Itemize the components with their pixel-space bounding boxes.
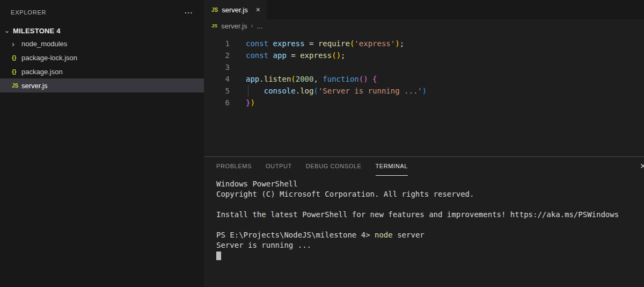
panel-tab-output[interactable]: OUTPUT xyxy=(266,157,292,176)
tree-item-label: package-lock.json xyxy=(21,54,77,62)
code-line-content: app.listen(2000, function() { xyxy=(230,73,377,85)
terminal-line: Windows PowerShell xyxy=(216,179,644,189)
code-line: 6}) xyxy=(204,97,644,109)
editor-tabbar: JS server.js × xyxy=(204,0,644,19)
panel-tab-debug-console[interactable]: DEBUG CONSOLE xyxy=(306,157,362,176)
panel-tab-problems[interactable]: PROBLEMS xyxy=(216,157,252,176)
explorer-title: EXPLORER xyxy=(11,9,46,16)
code-line-content: const express = require('express'); xyxy=(230,38,404,49)
code-line: 1const express = require('express'); xyxy=(204,38,644,49)
json-icon: {} xyxy=(12,68,21,75)
section-label: MILESTONE 4 xyxy=(13,27,61,35)
terminal-line: Install the latest PowerShell for new fe… xyxy=(216,210,644,220)
close-icon[interactable]: × xyxy=(256,5,260,14)
code-line: 4app.listen(2000, function() { xyxy=(204,73,644,85)
terminal-line xyxy=(216,220,644,230)
more-actions-icon[interactable]: ⋯ xyxy=(184,8,193,18)
js-icon: JS xyxy=(211,23,217,28)
chevron-right-icon: › xyxy=(12,39,21,48)
terminal-cursor xyxy=(216,252,221,260)
editor-area: JS server.js × JS server.js › ... 1const… xyxy=(204,0,644,287)
line-number: 3 xyxy=(204,61,230,73)
editor-tab-serverjs[interactable]: JS server.js × xyxy=(204,0,267,19)
vscode-window: EXPLORER ⋯ ⌄ MILESTONE 4 ›node_modules{}… xyxy=(0,0,644,287)
panel-tab-terminal[interactable]: TERMINAL xyxy=(376,157,408,176)
panel-close-icon[interactable]: ✕ xyxy=(640,162,644,170)
panel-tabbar: PROBLEMSOUTPUTDEBUG CONSOLETERMINAL xyxy=(204,157,644,176)
code-line-content: const app = express(); xyxy=(230,49,346,61)
tree-item-label: node_modules xyxy=(21,40,67,48)
tree-item-label: server.js xyxy=(21,82,47,90)
chevron-down-icon: ⌄ xyxy=(3,27,11,34)
terminal-line xyxy=(216,199,644,210)
code-line: 3 xyxy=(204,61,644,73)
code-line-content: }) xyxy=(230,97,255,109)
line-number: 6 xyxy=(204,97,230,109)
tree-item-node_modules[interactable]: ›node_modules xyxy=(0,37,204,51)
terminal-line: Server is running ... xyxy=(216,240,644,250)
tree-item-package.json[interactable]: {}package.json xyxy=(0,64,204,78)
code-editor[interactable]: 1const express = require('express');2con… xyxy=(204,32,644,156)
section-header-milestone4[interactable]: ⌄ MILESTONE 4 xyxy=(0,25,204,37)
breadcrumb: JS server.js › ... xyxy=(204,19,644,32)
explorer-sidebar: EXPLORER ⋯ ⌄ MILESTONE 4 ›node_modules{}… xyxy=(0,0,204,287)
sidebar-header: EXPLORER ⋯ xyxy=(0,0,204,25)
js-icon: JS xyxy=(12,83,21,89)
line-number: 1 xyxy=(204,38,230,49)
terminal[interactable]: Windows PowerShellCopyright (C) Microsof… xyxy=(204,176,644,287)
indent-guide xyxy=(248,85,248,97)
tab-label: server.js xyxy=(222,6,247,14)
breadcrumb-symbol[interactable]: ... xyxy=(257,22,262,30)
js-icon: JS xyxy=(211,7,218,13)
code-line: 2const app = express(); xyxy=(204,49,644,61)
terminal-line: Copyright (C) Microsoft Corporation. All… xyxy=(216,189,644,199)
tree-item-server.js[interactable]: JSserver.js xyxy=(0,78,204,92)
breadcrumb-file[interactable]: server.js xyxy=(221,22,247,30)
line-number: 5 xyxy=(204,85,230,97)
file-tree: ›node_modules{}package-lock.json{}packag… xyxy=(0,37,204,92)
code-line: 5 console.log('Server is running ...') xyxy=(204,85,644,97)
code-line-content xyxy=(230,61,246,73)
code-line-content: console.log('Server is running ...') xyxy=(230,85,427,97)
line-number: 2 xyxy=(204,49,230,61)
bottom-panel: PROBLEMSOUTPUTDEBUG CONSOLETERMINAL ✕ Wi… xyxy=(204,156,644,287)
json-icon: {} xyxy=(12,54,21,61)
terminal-line: PS E:\Projects\NodeJS\milestone 4> node … xyxy=(216,230,644,240)
line-number: 4 xyxy=(204,73,230,85)
tree-item-label: package.json xyxy=(21,68,63,76)
terminal-cursor-line xyxy=(216,250,644,261)
tree-item-package-lock.json[interactable]: {}package-lock.json xyxy=(0,51,204,64)
chevron-right-icon: › xyxy=(251,22,253,30)
